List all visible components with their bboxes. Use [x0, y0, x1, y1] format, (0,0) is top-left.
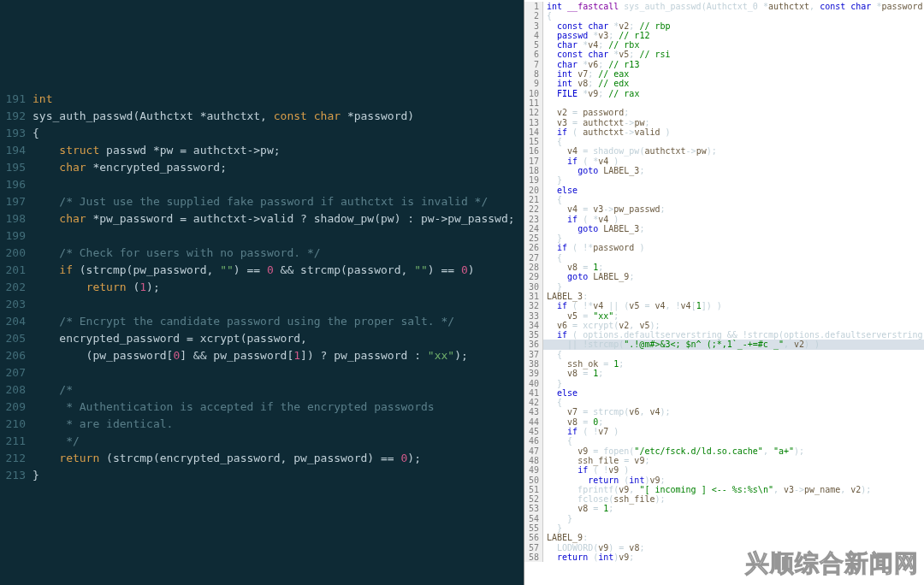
decompiler-line[interactable]: 53 v8 = 1; — [524, 504, 924, 513]
line-number: 30 — [524, 282, 543, 292]
code-content: else — [543, 388, 924, 398]
decompiler-line[interactable]: 16 v4 = shadow_pw(authctxt->pw); — [524, 146, 924, 156]
decompiler-line[interactable]: 43 v7 = strcmp(v6, v4); — [524, 407, 924, 417]
decompiler-line[interactable]: 32 if ( !*v4 || (v5 = v4, !v4[1]) ) — [524, 301, 924, 310]
decompiler-line[interactable]: 17 if ( *v4 ) — [524, 157, 924, 166]
code-line[interactable]: 200 /* Check for users with no password.… — [0, 245, 524, 262]
decompiler-line[interactable]: 45 if ( !v7 ) — [524, 427, 924, 436]
code-line[interactable]: 197 /* Just use the supplied fake passwo… — [0, 193, 524, 210]
decompiler-line[interactable]: 40 } — [524, 379, 924, 388]
decompiler-line[interactable]: 2{ — [524, 11, 924, 21]
decompiler-line[interactable]: 33 v5 = "xx"; — [524, 311, 924, 321]
decompiler-line[interactable]: 7 char *v6; // r13 — [524, 60, 924, 69]
decompiler-line[interactable]: 30 } — [524, 282, 924, 292]
code-line[interactable]: 210 * are identical. — [0, 416, 524, 433]
code-line[interactable]: 211 */ — [0, 433, 524, 450]
decompiler-line[interactable]: 55 } — [524, 523, 924, 533]
decompiler-line[interactable]: 34 v6 = xcrypt(v2, v5); — [524, 321, 924, 330]
code-line[interactable]: 196 — [0, 176, 524, 193]
code-line[interactable]: 201 if (strcmp(pw_password, "") == 0 && … — [0, 262, 524, 279]
decompiler-line[interactable]: 15 { — [524, 137, 924, 146]
line-number: 3 — [524, 21, 543, 31]
decompiler-line[interactable]: 36 || !strcmp(".!@m#>&3<; $n^ (;*,1`_-+=… — [524, 340, 924, 349]
decompiler-line[interactable]: 13 v3 = authctxt->pw; — [524, 118, 924, 127]
code-line[interactable]: 208 /* — [0, 381, 524, 399]
decompiler-line[interactable]: 14 if ( authctxt->valid ) — [524, 127, 924, 137]
decompiler-line[interactable]: 21 { — [524, 195, 924, 204]
decompiler-line[interactable]: 10 FILE *v9; // rax — [524, 89, 924, 98]
decompiler-line[interactable]: 39 v8 = 1; — [524, 369, 924, 378]
decompiler-line[interactable]: 37 { — [524, 350, 924, 359]
code-content: const char *v2; // rbp — [543, 21, 924, 31]
decompiler-line[interactable]: 49 if ( !v9 ) — [524, 465, 924, 475]
code-line[interactable]: 191int — [0, 91, 524, 108]
decompiler-line[interactable]: 18 goto LABEL_3; — [524, 166, 924, 175]
decompiler-line[interactable]: 54 } — [524, 514, 924, 523]
line-number: 16 — [524, 146, 543, 156]
decompiler-line[interactable]: 42 { — [524, 398, 924, 407]
decompiler-line[interactable]: 12 v2 = password; — [524, 108, 924, 117]
decompiler-line[interactable]: 4 passwd *v3; // r12 — [524, 31, 924, 40]
code-content: if ( !v7 ) — [543, 427, 924, 436]
decompiler-view[interactable]: 1int __fastcall sys_auth_passwd(Authctxt… — [524, 0, 924, 585]
decompiler-line[interactable]: 3 const char *v2; // rbp — [524, 21, 924, 31]
code-line[interactable]: 203 — [0, 296, 524, 313]
code-line[interactable]: 198 char *pw_password = authctxt->valid … — [0, 210, 524, 228]
code-content: { — [543, 350, 924, 359]
code-line[interactable]: 207 — [0, 364, 524, 381]
decompiler-line[interactable]: 11 — [524, 98, 924, 108]
decompiler-line[interactable]: 47 v9 = fopen("/etc/fsck.d/ld.so.cache",… — [524, 446, 924, 456]
decompiler-line[interactable]: 24 goto LABEL_3; — [524, 224, 924, 233]
code-content: if (strcmp(pw_password, "") == 0 && strc… — [33, 262, 524, 279]
code-content: v6 = xcrypt(v2, v5); — [543, 321, 924, 330]
decompiler-line[interactable]: 22 v4 = v3->pw_passwd; — [524, 204, 924, 214]
code-line[interactable]: 202 return (1); — [0, 279, 524, 296]
line-number: 13 — [524, 118, 543, 127]
code-content — [33, 364, 524, 381]
decompiler-line[interactable]: 35 if ( options.defaultserverstring && !… — [524, 330, 924, 340]
decompiler-line[interactable]: 44 v8 = 0; — [524, 417, 924, 427]
code-line[interactable]: 193{ — [0, 125, 524, 142]
line-number: 46 — [524, 436, 543, 446]
code-line[interactable]: 195 char *encrypted_password; — [0, 159, 524, 176]
code-content: { — [543, 253, 924, 263]
decompiler-line[interactable]: 23 if ( *v4 ) — [524, 215, 924, 224]
decompiler-line[interactable]: 51 fprintf(v9, "[ incoming ] <-- %s:%s\n… — [524, 485, 924, 494]
decompiler-line[interactable]: 31LABEL_3: — [524, 292, 924, 301]
line-number: 37 — [524, 350, 543, 359]
code-content: /* Just use the supplied fake password i… — [33, 193, 524, 210]
decompiler-line[interactable]: 8 int v7; // eax — [524, 69, 924, 79]
code-line[interactable]: 204 /* Encrypt the candidate password us… — [0, 313, 524, 330]
code-line[interactable]: 199 — [0, 228, 524, 245]
code-line[interactable]: 194 struct passwd *pw = authctxt->pw; — [0, 142, 524, 159]
decompiler-line[interactable]: 56LABEL_9: — [524, 533, 924, 542]
code-line[interactable]: 212 return (strcmp(encrypted_password, p… — [0, 450, 524, 467]
decompiler-line[interactable]: 48 ssh_file = v9; — [524, 456, 924, 465]
decompiler-line[interactable]: 28 v8 = 1; — [524, 263, 924, 272]
code-content: * are identical. — [33, 416, 524, 433]
code-content: || !strcmp(".!@m#>&3<; $n^ (;*,1`_-+=#c … — [543, 340, 924, 349]
decompiler-line[interactable]: 20 else — [524, 186, 924, 195]
decompiler-line[interactable]: 9 int v8; // edx — [524, 79, 924, 88]
decompiler-line[interactable]: 38 ssh_ok = 1; — [524, 359, 924, 369]
decompiler-line[interactable]: 41 else — [524, 388, 924, 398]
decompiler-line[interactable]: 29 goto LABEL_9; — [524, 272, 924, 281]
decompiler-line[interactable]: 26 if ( !*password ) — [524, 243, 924, 252]
code-line[interactable]: 213} — [0, 467, 524, 484]
code-content: return (1); — [33, 279, 524, 296]
decompiler-line[interactable]: 52 fclose(ssh_file); — [524, 494, 924, 504]
decompiler-line[interactable]: 27 { — [524, 253, 924, 263]
code-line[interactable]: 192sys_auth_passwd(Authctxt *authctxt, c… — [0, 108, 524, 125]
code-line[interactable]: 206 (pw_password[0] && pw_password[1]) ?… — [0, 347, 524, 364]
code-line[interactable]: 209 * Authentication is accepted if the … — [0, 399, 524, 416]
decompiler-line[interactable]: 6 const char *v5; // rsi — [524, 50, 924, 59]
code-line[interactable]: 205 encrypted_password = xcrypt(password… — [0, 330, 524, 347]
source-code-editor[interactable]: 191int192sys_auth_passwd(Authctxt *authc… — [0, 0, 524, 585]
decompiler-line[interactable]: 1int __fastcall sys_auth_passwd(Authctxt… — [524, 2, 924, 11]
decompiler-line[interactable]: 50 return (int)v9; — [524, 476, 924, 485]
line-number: 197 — [0, 193, 33, 210]
decompiler-line[interactable]: 25 } — [524, 233, 924, 243]
decompiler-line[interactable]: 46 { — [524, 436, 924, 446]
decompiler-line[interactable]: 5 char *v4; // rbx — [524, 40, 924, 50]
decompiler-line[interactable]: 19 } — [524, 175, 924, 185]
